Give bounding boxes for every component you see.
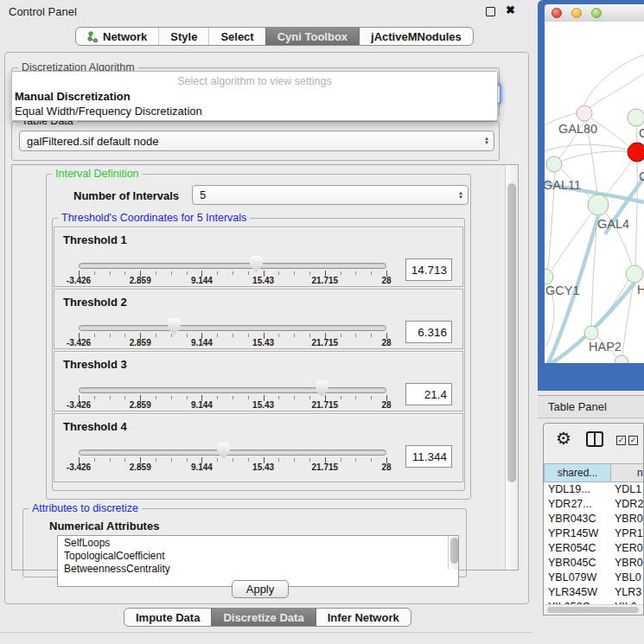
- table-row[interactable]: YBR045CYBR0: [544, 555, 644, 570]
- attributes-group-label: Attributes to discretize: [29, 502, 142, 514]
- tab-select[interactable]: Select: [208, 28, 265, 45]
- slider-minor-tick: [110, 396, 111, 399]
- network-node-h[interactable]: [626, 265, 643, 283]
- threshold-slider-thumb[interactable]: [217, 443, 230, 459]
- slider-tick-label: 15.43: [252, 400, 274, 410]
- slider-tick-label: 28: [381, 462, 391, 472]
- tab-label: Discretize Data: [223, 611, 303, 624]
- network-window-titlebar: [545, 4, 644, 22]
- numerical-attributes-list[interactable]: SelfLoopsTopologicalCoefficientBetweenne…: [57, 535, 459, 587]
- network-node-c[interactable]: [628, 143, 644, 162]
- slider-tick-label: 21.715: [312, 400, 339, 410]
- network-node-label: HAP2: [589, 340, 622, 354]
- checkbox-icon[interactable]: ✓: [628, 436, 638, 445]
- attributes-list-scrollbar[interactable]: [448, 536, 458, 570]
- dropdown-option[interactable]: Manual Discretization: [12, 89, 497, 104]
- table-row[interactable]: YER054CYER0: [544, 541, 644, 556]
- threshold-slider-track[interactable]: [79, 387, 386, 393]
- attribute-list-item[interactable]: SelfLoops: [58, 536, 458, 549]
- tab-network[interactable]: Network: [76, 28, 158, 45]
- network-node-hap2[interactable]: [584, 326, 598, 340]
- threshold-slider-thumb[interactable]: [168, 318, 181, 335]
- table-data-combo[interactable]: galFiltered.sif default node ▲▼: [19, 131, 494, 151]
- slider-minor-tick: [156, 334, 156, 337]
- threshold-slider-track[interactable]: [79, 325, 386, 331]
- network-edge: [636, 126, 637, 143]
- apply-button[interactable]: Apply: [232, 580, 289, 598]
- threshold-value-field[interactable]: 21.4: [405, 383, 452, 405]
- network-node-gal11[interactable]: [546, 156, 562, 172]
- column-header-name[interactable]: na: [611, 463, 644, 482]
- table-row[interactable]: YDR27...YDR2: [544, 497, 644, 512]
- slider-tick-label: -3.426: [67, 462, 91, 472]
- table-horizontal-scrollbar[interactable]: [544, 604, 644, 613]
- slider-minor-tick: [371, 271, 372, 275]
- network-node-label: GAL80: [558, 122, 597, 136]
- close-icon[interactable]: ✖: [506, 3, 515, 16]
- table-rows[interactable]: YDL19...YDL1YDR27...YDR2YBR043CYBR0YPR14…: [544, 482, 644, 604]
- bottom-tab-infer-network[interactable]: Infer Network: [316, 609, 411, 626]
- table-toolbar: ⚙ ✓ ✓: [544, 424, 643, 456]
- threshold-label: Threshold 1: [63, 233, 127, 246]
- slider-tick-label: 28: [381, 276, 391, 285]
- column-header-shared-name[interactable]: shared...: [544, 463, 611, 482]
- checkbox-icon[interactable]: ✓: [616, 436, 626, 445]
- network-node-gcy1[interactable]: [545, 269, 553, 284]
- settings-pane-scrollbar[interactable]: [505, 165, 518, 570]
- slider-minor-tick: [248, 396, 249, 399]
- network-node-ga[interactable]: [628, 109, 644, 126]
- threshold-slider-thumb[interactable]: [316, 380, 328, 397]
- threshold-slider-track[interactable]: [79, 263, 386, 269]
- network-node-gal4[interactable]: [588, 194, 609, 215]
- table-row[interactable]: YLR345WYLR3: [544, 584, 644, 599]
- traffic-light-zoom-icon[interactable]: [591, 8, 602, 18]
- slider-minor-tick: [217, 271, 218, 275]
- gear-icon[interactable]: ⚙: [556, 428, 571, 449]
- threshold-slider-track[interactable]: [79, 450, 386, 456]
- dropdown-option[interactable]: Equal Width/Frequency Discretization: [12, 104, 497, 118]
- stepper-icon: ▲▼: [480, 137, 494, 145]
- traffic-light-minimize-icon[interactable]: [571, 8, 582, 18]
- slider-tick-label: -3.426: [67, 400, 91, 410]
- slider-minor-tick: [248, 271, 249, 275]
- threshold-slider-thumb[interactable]: [250, 256, 263, 272]
- network-node[interactable]: [615, 355, 628, 363]
- table-data-combo-value: galFiltered.sif default node: [20, 135, 480, 148]
- number-of-intervals-combo[interactable]: 5 ▲▼: [192, 185, 469, 205]
- network-node-gal80[interactable]: [577, 105, 592, 121]
- slider-tick-label: 15.43: [252, 276, 274, 285]
- slider-minor-tick: [341, 334, 341, 337]
- attribute-list-item[interactable]: BetweennessCentrality: [58, 562, 458, 575]
- tab-jactivemnodules[interactable]: jActiveMNodules: [359, 28, 473, 45]
- network-canvas[interactable]: GAL80GACGAL11GAL4GCY1HHAP2: [545, 22, 644, 363]
- slider-tick-label: 28: [381, 400, 391, 410]
- slider-tick-label: 21.715: [312, 338, 339, 348]
- slider-minor-tick: [110, 458, 111, 462]
- slider-minor-tick: [294, 271, 295, 275]
- slider-minor-tick: [309, 396, 310, 399]
- network-node-label: GCY1: [545, 284, 580, 297]
- slider-minor-tick: [124, 458, 125, 462]
- threshold-value-field[interactable]: 11.344: [405, 445, 452, 468]
- slider-tick-label: -3.426: [67, 276, 91, 285]
- cell-name: YER0: [611, 542, 643, 554]
- float-window-icon[interactable]: [486, 7, 495, 16]
- threshold-value-field[interactable]: 6.316: [405, 321, 452, 343]
- bottom-tab-impute-data[interactable]: Impute Data: [124, 609, 211, 626]
- table-row[interactable]: YBL079WYBL0: [544, 570, 644, 584]
- table-row[interactable]: YDL19...YDL1: [544, 482, 644, 497]
- cell-shared-name: YLR345W: [544, 586, 611, 598]
- slider-minor-tick: [355, 334, 356, 337]
- traffic-light-close-icon[interactable]: [552, 8, 562, 18]
- table-row[interactable]: YBR043CYBR0: [544, 512, 644, 526]
- tab-style[interactable]: Style: [158, 28, 208, 45]
- tab-cyni-toolbox[interactable]: Cyni Toolbox: [265, 28, 359, 45]
- table-row[interactable]: YPR145WYPR1: [544, 526, 644, 541]
- bottom-tab-discretize-data[interactable]: Discretize Data: [211, 609, 315, 626]
- split-view-icon[interactable]: [586, 431, 603, 447]
- network-edge: [605, 161, 632, 195]
- screen: Control Panel ✖ NetworkStyleSelectCyni T…: [0, 0, 644, 644]
- stepper-icon: ▲▼: [454, 191, 468, 200]
- attribute-list-item[interactable]: TopologicalCoefficient: [58, 549, 458, 562]
- threshold-value-field[interactable]: 14.713: [405, 258, 452, 281]
